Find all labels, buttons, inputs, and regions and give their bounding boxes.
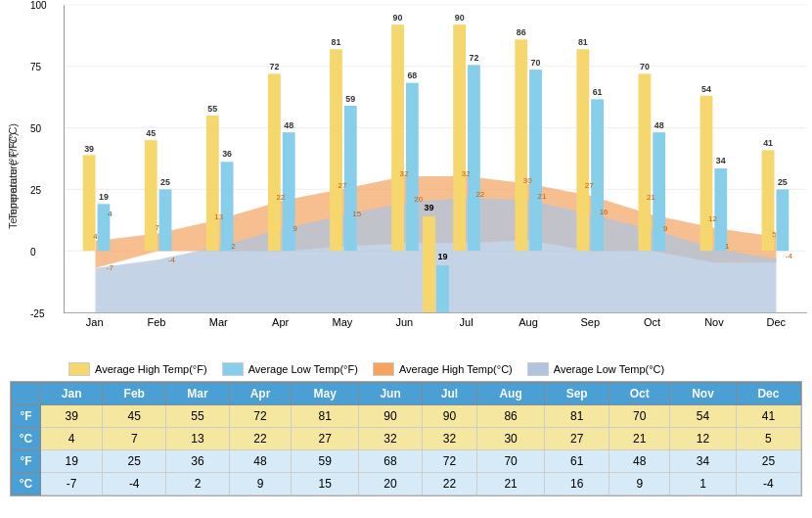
cell-high-c-jan: 4	[41, 428, 103, 450]
legend-box-high-f	[68, 362, 90, 376]
x-label-feb: Feb	[125, 316, 187, 328]
col-header-may: May	[292, 383, 359, 405]
data-table: Jan Feb Mar Apr May Jun Jul Aug Sep Oct …	[10, 381, 802, 496]
cell-low-f-oct: 48	[609, 450, 670, 473]
cell-low-f-mar: 36	[166, 450, 230, 473]
cell-low-c-jul: 22	[422, 473, 476, 495]
cell-high-c-apr: 22	[229, 428, 291, 450]
y-axis-label-wrapper: Temperature (°F/°C)	[5, 5, 20, 338]
svg-text:4: 4	[108, 210, 113, 218]
cell-high-c-jul: 32	[422, 428, 476, 450]
cell-low-f-jun: 68	[359, 450, 423, 473]
svg-text:-4: -4	[168, 256, 176, 264]
svg-text:70: 70	[640, 62, 650, 71]
svg-text:5: 5	[772, 230, 777, 239]
svg-text:32: 32	[400, 169, 409, 178]
y-axis-0: 0	[30, 247, 36, 258]
bars-svg: 39 19 4 45 25 55 36 72 48	[65, 5, 807, 312]
svg-text:30: 30	[523, 176, 532, 185]
svg-rect-37	[529, 70, 542, 251]
svg-text:90: 90	[455, 13, 465, 23]
cell-low-f-aug: 70	[477, 450, 545, 473]
chart-outer: Temperature (°F/°C)	[5, 5, 807, 357]
svg-text:9: 9	[663, 224, 668, 233]
svg-text:22: 22	[276, 193, 285, 202]
cell-low-f-jul: 72	[422, 450, 476, 473]
cell-high-f-jan: 39	[41, 405, 103, 428]
table-row-high-c: °C 4 7 13 22 27 32 32 30 27 21 12 5	[12, 428, 801, 450]
svg-text:15: 15	[352, 210, 361, 218]
col-header-feb: Feb	[103, 383, 166, 405]
svg-text:70: 70	[531, 58, 541, 68]
col-header-mar: Mar	[166, 383, 230, 405]
x-label-jul: Jul	[435, 316, 497, 328]
svg-text:7: 7	[155, 223, 158, 232]
x-label-nov: Nov	[683, 316, 744, 328]
cell-high-c-oct: 21	[609, 428, 670, 450]
cell-high-f-may: 81	[292, 405, 359, 428]
svg-text:21: 21	[647, 193, 655, 202]
cell-high-f-aug: 86	[477, 405, 545, 428]
cell-high-c-may: 27	[292, 428, 359, 450]
svg-text:48: 48	[284, 120, 293, 130]
legend-box-low-f	[222, 362, 244, 376]
svg-text:20: 20	[414, 195, 423, 204]
svg-text:55: 55	[207, 104, 217, 114]
cell-high-f-nov: 54	[670, 405, 737, 428]
svg-text:19: 19	[99, 192, 109, 202]
cell-high-f-apr: 72	[229, 405, 291, 428]
table-row-high-f: °F 39 45 55 72 81 90 90 86 81 70 54 41	[12, 405, 801, 428]
svg-rect-47	[700, 96, 713, 251]
svg-text:1: 1	[725, 242, 730, 251]
svg-text:21: 21	[538, 192, 547, 201]
legend-item-high-f: Average High Temp(°F)	[68, 362, 207, 376]
svg-rect-49	[714, 168, 727, 251]
cell-low-c-jan: -7	[41, 473, 103, 495]
legend-item-low-c: Average Low Temp(°C)	[527, 362, 664, 376]
svg-text:9: 9	[293, 224, 297, 233]
chart-drawing-area: 39 19	[64, 5, 807, 313]
cell-high-c-dec: 5	[736, 428, 800, 450]
svg-text:16: 16	[600, 208, 609, 216]
x-label-dec: Dec	[745, 316, 807, 328]
x-label-oct: Oct	[621, 316, 683, 328]
svg-rect-17	[221, 162, 234, 251]
cell-low-c-feb: -4	[103, 473, 166, 495]
temperature-table: Jan Feb Mar Apr May Jun Jul Aug Sep Oct …	[11, 382, 801, 495]
x-label-jun: Jun	[374, 316, 435, 328]
svg-text:32: 32	[462, 169, 471, 178]
x-label-apr: Apr	[249, 316, 311, 328]
cell-low-c-may: 15	[292, 473, 359, 495]
svg-rect-43	[639, 73, 652, 251]
cell-low-c-aug: 21	[477, 473, 545, 495]
cell-low-f-jan: 19	[41, 450, 103, 473]
col-header-nov: Nov	[670, 383, 737, 405]
svg-text:72: 72	[269, 62, 279, 71]
cell-high-f-sep: 81	[545, 405, 609, 428]
svg-text:12: 12	[708, 214, 717, 223]
x-label-jan: Jan	[64, 316, 125, 328]
x-axis-labels: Jan Feb Mar Apr May Jun Jul Aug Sep Oct …	[64, 316, 807, 328]
cell-high-c-feb: 7	[103, 428, 166, 450]
svg-text:34: 34	[716, 156, 726, 165]
svg-text:36: 36	[222, 149, 232, 159]
cell-low-c-apr: 9	[229, 473, 291, 495]
col-header-dec: Dec	[736, 383, 800, 405]
cell-high-c-sep: 27	[545, 428, 609, 450]
col-header-jan: Jan	[41, 383, 103, 405]
legend: Average High Temp(°F) Average Low Temp(°…	[68, 362, 807, 376]
y-axis-100: 100	[30, 0, 47, 11]
x-label-aug: Aug	[497, 316, 559, 328]
svg-text:39: 39	[84, 143, 94, 153]
svg-text:81: 81	[332, 37, 341, 47]
y-axis-neg25: -25	[30, 308, 44, 319]
cell-high-c-mar: 13	[166, 428, 230, 450]
col-header-sep: Sep	[545, 383, 609, 405]
svg-text:13: 13	[214, 212, 223, 221]
svg-rect-41	[591, 99, 604, 251]
svg-text:54: 54	[701, 84, 711, 94]
col-header-jun: Jun	[359, 383, 423, 405]
svg-text:-4: -4	[786, 252, 793, 260]
table-row-low-f: °F 19 25 36 48 59 68 72 70 61 48 34 25	[12, 450, 801, 473]
legend-box-high-c	[373, 362, 394, 376]
